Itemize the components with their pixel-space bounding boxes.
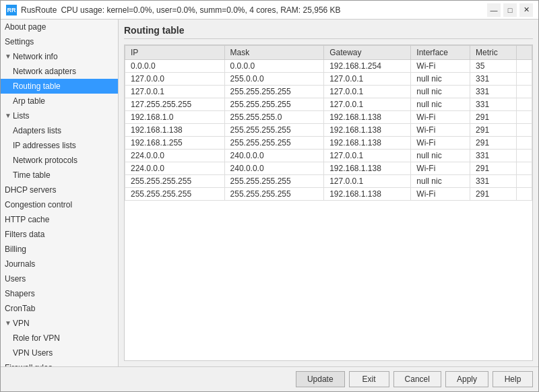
sidebar-item-filters-data[interactable]: Filters data — [1, 227, 118, 242]
sidebar-item-arp-table[interactable]: Arp table — [1, 94, 118, 108]
sidebar-item-adapters-lists[interactable]: Adapters lists — [1, 123, 118, 138]
help-button[interactable]: Help — [493, 371, 533, 387]
cell-extra — [516, 150, 532, 162]
section-title: Routing table — [124, 25, 533, 39]
cell-interface: Wi-Fi — [411, 137, 470, 150]
sidebar-group-vpn-label: VPN — [13, 317, 30, 329]
sidebar-item-about-page[interactable]: About page — [1, 20, 118, 34]
col-header-mask: Mask — [224, 46, 324, 60]
sidebar-group-lists-label: Lists — [13, 110, 30, 122]
cell-extra — [516, 86, 532, 98]
cell-gateway: 192.168.1.138 — [324, 111, 411, 124]
cell-metric: 291 — [470, 162, 516, 175]
sidebar-group-lists[interactable]: ▼ Lists — [1, 108, 118, 123]
title-bar: RR RusRoute CPU usage: kernel=0.0%, user… — [1, 1, 538, 20]
cell-extra — [516, 162, 532, 175]
sidebar-item-congestion-control[interactable]: Congestion control — [1, 197, 118, 212]
cell-interface: null nic — [411, 86, 470, 98]
sidebar-item-crontab[interactable]: CronTab — [1, 301, 118, 316]
cell-interface: Wi-Fi — [411, 111, 470, 124]
cell-interface: Wi-Fi — [411, 162, 470, 175]
table-row: 192.168.1.0255.255.255.0192.168.1.138Wi-… — [125, 111, 532, 124]
apply-button[interactable]: Apply — [445, 371, 488, 387]
cancel-button[interactable]: Cancel — [393, 371, 441, 387]
cell-gateway: 192.168.1.138 — [324, 188, 411, 201]
exit-button[interactable]: Exit — [349, 371, 389, 387]
cell-extra — [516, 188, 532, 201]
sidebar-item-network-protocols[interactable]: Network protocols — [1, 153, 118, 168]
col-header-interface: Interface — [411, 46, 470, 60]
cell-metric: 331 — [470, 150, 516, 162]
cell-interface: Wi-Fi — [411, 188, 470, 201]
cell-metric: 291 — [470, 111, 516, 124]
close-button[interactable]: ✕ — [519, 3, 533, 17]
cell-metric: 331 — [470, 86, 516, 98]
cell-extra — [516, 124, 532, 137]
cell-ip: 224.0.0.0 — [125, 162, 225, 175]
cell-interface: null nic — [411, 98, 470, 111]
sidebar-item-network-adapters[interactable]: Network adapters — [1, 64, 118, 79]
cell-ip: 192.168.1.255 — [125, 137, 225, 150]
table-row: 224.0.0.0240.0.0.0127.0.0.1null nic331 — [125, 150, 532, 162]
cell-mask: 255.255.255.255 — [224, 124, 324, 137]
cell-ip: 255.255.255.255 — [125, 175, 225, 188]
table-row: 127.0.0.0255.0.0.0127.0.0.1null nic331 — [125, 73, 532, 86]
app-icon: RR — [6, 5, 17, 15]
cell-extra — [516, 73, 532, 86]
sidebar-item-settings[interactable]: Settings — [1, 34, 118, 49]
expand-icon-vpn: ▼ — [5, 317, 11, 329]
sidebar-item-billing[interactable]: Billing — [1, 242, 118, 257]
main-window: RR RusRoute CPU usage: kernel=0.0%, user… — [0, 0, 539, 392]
cell-ip: 224.0.0.0 — [125, 150, 225, 162]
sidebar-item-firewall-rules[interactable]: Firewall rules — [1, 360, 118, 366]
routing-table-container[interactable]: IP Mask Gateway Interface Metric 0.0.0.0… — [124, 44, 533, 361]
table-row: 192.168.1.255255.255.255.255192.168.1.13… — [125, 137, 532, 150]
sidebar-item-ip-addresses-lists[interactable]: IP addresses lists — [1, 138, 118, 153]
cell-extra — [516, 137, 532, 150]
sidebar-item-routing-table[interactable]: Routing table — [1, 79, 118, 94]
sidebar: About page Settings ▼ Network info Netwo… — [1, 20, 119, 366]
col-header-gateway: Gateway — [324, 46, 411, 60]
cell-gateway: 192.168.1.138 — [324, 162, 411, 175]
cell-extra — [516, 175, 532, 188]
sidebar-group-network-info[interactable]: ▼ Network info — [1, 49, 118, 64]
cell-metric: 331 — [470, 98, 516, 111]
cell-mask: 255.255.255.255 — [224, 137, 324, 150]
update-button[interactable]: Update — [296, 371, 345, 387]
maximize-button[interactable]: □ — [503, 3, 517, 17]
cell-gateway: 192.168.1.138 — [324, 124, 411, 137]
table-row: 127.0.0.1255.255.255.255127.0.0.1null ni… — [125, 86, 532, 98]
table-body: 0.0.0.00.0.0.0192.168.1.254Wi-Fi35127.0.… — [125, 60, 532, 201]
cell-metric: 291 — [470, 188, 516, 201]
minimize-button[interactable]: — — [487, 3, 501, 17]
sidebar-item-dhcp-servers[interactable]: DHCP servers — [1, 183, 118, 197]
table-row: 192.168.1.138255.255.255.255192.168.1.13… — [125, 124, 532, 137]
cell-interface: null nic — [411, 73, 470, 86]
col-header-metric: Metric — [470, 46, 516, 60]
sidebar-group-label: Network info — [13, 51, 58, 63]
sidebar-item-role-for-vpn[interactable]: Role for VPN — [1, 331, 118, 346]
table-row: 255.255.255.255255.255.255.255127.0.0.1n… — [125, 175, 532, 188]
cell-metric: 331 — [470, 175, 516, 188]
cell-mask: 255.255.255.255 — [224, 175, 324, 188]
expand-icon-lists: ▼ — [5, 110, 11, 122]
col-header-extra — [516, 46, 532, 60]
sidebar-item-shapers[interactable]: Shapers — [1, 286, 118, 301]
cell-gateway: 127.0.0.1 — [324, 86, 411, 98]
sidebar-item-users[interactable]: Users — [1, 271, 118, 286]
cell-interface: null nic — [411, 150, 470, 162]
sidebar-group-vpn[interactable]: ▼ VPN — [1, 316, 118, 331]
content-area: About page Settings ▼ Network info Netwo… — [1, 20, 538, 366]
cell-mask: 240.0.0.0 — [224, 162, 324, 175]
sidebar-item-time-table[interactable]: Time table — [1, 168, 118, 183]
cell-mask: 240.0.0.0 — [224, 150, 324, 162]
cell-gateway: 127.0.0.1 — [324, 150, 411, 162]
cell-metric: 331 — [470, 73, 516, 86]
sidebar-item-journals[interactable]: Journals — [1, 257, 118, 271]
sidebar-item-vpn-users[interactable]: VPN Users — [1, 346, 118, 360]
table-header-row: IP Mask Gateway Interface Metric — [125, 46, 532, 60]
status-text: CPU usage: kernel=0.0%, user=0.0%, summ=… — [61, 5, 340, 15]
cell-interface: null nic — [411, 175, 470, 188]
sidebar-item-http-cache[interactable]: HTTP cache — [1, 212, 118, 227]
cell-gateway: 127.0.0.1 — [324, 98, 411, 111]
